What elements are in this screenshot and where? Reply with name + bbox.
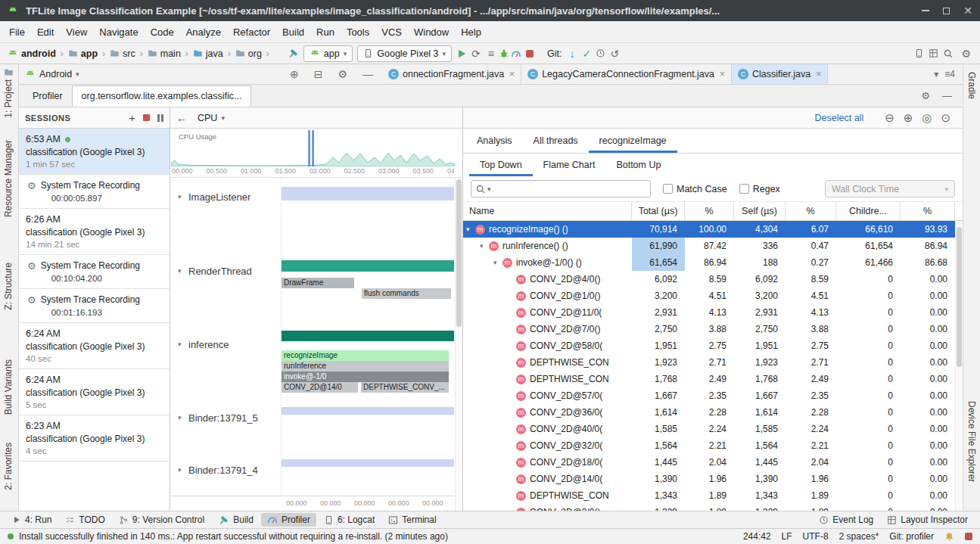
table-row[interactable]: mCONV_2D@58/0(1,9512.751,9512.7500.00 bbox=[463, 337, 955, 354]
notifications-bell-icon[interactable] bbox=[944, 532, 954, 542]
apply-changes-icon[interactable]: ⟳ bbox=[468, 48, 484, 59]
collapse-thread-icon[interactable]: ▾ bbox=[178, 193, 182, 201]
expand-arrow-icon[interactable]: ▾ bbox=[466, 225, 475, 233]
session-item[interactable]: 6:53 AMclassification (Google Pixel 3)1 … bbox=[19, 129, 170, 175]
menu-item-run[interactable]: Run bbox=[310, 26, 341, 38]
match-case-checkbox[interactable] bbox=[663, 184, 673, 194]
ide-error-indicator-icon[interactable] bbox=[965, 533, 972, 540]
collapse-thread-icon[interactable]: ▾ bbox=[178, 466, 182, 474]
cpu-scrollbar[interactable] bbox=[455, 178, 462, 511]
table-row[interactable]: mCONV_2D@11/0(2,9314.132,9314.1300.00 bbox=[463, 304, 955, 321]
search-field[interactable]: ▾ bbox=[471, 180, 651, 197]
trace-event-bar[interactable]: flush commands bbox=[362, 288, 451, 299]
close-tab-icon[interactable]: × bbox=[816, 69, 821, 79]
table-row[interactable]: mCONV_2D@18/0(1,4452.041,4452.0400.00 bbox=[463, 454, 955, 471]
profiler-tab-profiler[interactable]: Profiler bbox=[23, 86, 72, 107]
menu-item-build[interactable]: Build bbox=[276, 26, 310, 38]
table-row[interactable]: mCONV_2D@40/0(1,5852.241,5852.2400.00 bbox=[463, 421, 955, 437]
session-item[interactable]: 6:24 AMclassification (Google Pixel 3)5 … bbox=[19, 369, 170, 415]
new-session-plus-icon[interactable]: + bbox=[129, 111, 135, 124]
selection-handle[interactable] bbox=[313, 130, 314, 166]
selection-handle[interactable] bbox=[309, 130, 310, 166]
search-options-chevron-icon[interactable]: ▾ bbox=[487, 185, 491, 193]
table-row[interactable]: ▾mrunInference() ()61,99087.423360.4761,… bbox=[463, 238, 955, 254]
tool-window-button-profiler[interactable]: Profiler bbox=[261, 513, 316, 527]
collapse-thread-icon[interactable]: ▾ bbox=[178, 414, 182, 421]
minimize-button[interactable] bbox=[922, 10, 929, 11]
tool-window-button-layout-inspector[interactable]: Layout Inspector bbox=[881, 513, 974, 527]
menu-item-view[interactable]: View bbox=[60, 26, 93, 38]
profiler-metric-select[interactable]: CPU ▾ bbox=[198, 113, 225, 123]
tab-analysis[interactable]: Analysis bbox=[466, 129, 523, 153]
table-row[interactable]: mCONV_2D@36/0(1,6142.281,6142.2800.00 bbox=[463, 404, 955, 421]
hidden-tabs-button[interactable]: ≡4 bbox=[944, 69, 955, 79]
table-row[interactable]: mCONV_2D@32/0(1,5642.211,5642.2100.00 bbox=[463, 437, 955, 454]
close-tab-icon[interactable]: × bbox=[720, 69, 725, 79]
status-indent-style[interactable]: 2 spaces* bbox=[839, 531, 879, 542]
thread-state-bar[interactable] bbox=[282, 260, 454, 272]
project-tool-header[interactable]: Android ▾ ⊕⊟⚙— bbox=[19, 64, 382, 84]
profiler-settings-gear-icon[interactable]: ⚙ bbox=[921, 90, 930, 101]
menu-item-file[interactable]: File bbox=[3, 26, 31, 38]
trace-event-bar[interactable]: CONV_2D@14/0 bbox=[282, 382, 358, 393]
table-row[interactable]: mDEPTHWISE_CON1,9232.711,9232.7100.00 bbox=[463, 354, 955, 371]
menu-item-edit[interactable]: Edit bbox=[31, 26, 60, 38]
table-scrollbar-thumb[interactable] bbox=[957, 227, 962, 367]
settings-icon[interactable]: ⚙ bbox=[334, 69, 350, 79]
zoom-to-selection-icon[interactable]: ⊙ bbox=[941, 111, 950, 125]
menu-item-navigate[interactable]: Navigate bbox=[93, 26, 144, 38]
git-rollback-icon[interactable]: ↺ bbox=[607, 48, 622, 59]
subtab-flame-chart[interactable]: Flame Chart bbox=[533, 154, 606, 176]
run-play-icon[interactable] bbox=[456, 48, 467, 59]
expand-arrow-icon[interactable]: ▾ bbox=[493, 259, 502, 266]
menu-item-code[interactable]: Code bbox=[145, 26, 180, 38]
column-header-self-s-3[interactable]: Self (µs) bbox=[734, 202, 786, 220]
trace-recording-item[interactable]: ⚙System Trace Recording00:01:16.193 bbox=[19, 289, 170, 323]
column-header-childre-5[interactable]: Childre... bbox=[836, 202, 901, 220]
subtab-bottom-up[interactable]: Bottom Up bbox=[605, 154, 671, 176]
expand-arrow-icon[interactable]: ▾ bbox=[480, 242, 489, 250]
menu-item-vcs[interactable]: VCS bbox=[375, 26, 408, 38]
menu-item-window[interactable]: Window bbox=[408, 26, 455, 38]
run-configurations-icon[interactable]: ≡ bbox=[485, 48, 497, 59]
run-configuration-select[interactable]: app ▾ bbox=[303, 45, 353, 62]
table-row[interactable]: mCONV_2D@3/0()1,3391.891,3391.8900.00 bbox=[463, 504, 955, 511]
reset-zoom-icon[interactable]: ◎ bbox=[922, 111, 932, 125]
session-item[interactable]: 6:23 AMclassification (Google Pixel 3)4 … bbox=[19, 415, 170, 462]
table-row[interactable]: mDEPTHWISE_CON1,3431.891,3431.8900.00 bbox=[463, 487, 955, 504]
search-everywhere-icon[interactable] bbox=[943, 48, 954, 59]
deselect-all-link[interactable]: Deselect all bbox=[815, 113, 864, 123]
tool-window-button-terminal[interactable]: Terminal bbox=[382, 513, 442, 527]
table-row[interactable]: ▾minvoke@-1/0() ()61,65486.941880.2761,4… bbox=[463, 254, 955, 271]
tool-window-button-9-version-control[interactable]: 9: Version Control bbox=[113, 513, 210, 527]
settings-icon[interactable]: ⚙ bbox=[958, 48, 974, 59]
breadcrumb-android[interactable]: android bbox=[6, 48, 58, 59]
editor-tab-classifier-java[interactable]: CClassifier.java× bbox=[732, 64, 828, 84]
tool-button-gradle[interactable]: Gradle bbox=[966, 72, 977, 99]
tab-recognizeimage[interactable]: recognizeImage bbox=[589, 129, 677, 153]
profile-icon[interactable] bbox=[511, 48, 521, 59]
session-item[interactable]: 6:24 AMclassification (Google Pixel 3)40… bbox=[19, 323, 170, 369]
tool-window-button-event-log[interactable]: Event Log bbox=[813, 513, 879, 527]
tab-all-threads[interactable]: All threads bbox=[523, 129, 589, 153]
column-header--2[interactable]: % bbox=[685, 202, 734, 220]
hide-panel-icon[interactable]: — bbox=[359, 69, 376, 79]
profiler-tab-org-tensorflow-l[interactable]: org.tensorflow.lite.examples.classific..… bbox=[72, 85, 252, 107]
session-item[interactable]: 6:26 AMclassification (Google Pixel 3)14… bbox=[19, 209, 170, 255]
git-history-icon[interactable] bbox=[596, 48, 605, 58]
cpu-scrollbar-thumb[interactable] bbox=[456, 179, 462, 327]
thread-state-bar[interactable] bbox=[282, 187, 454, 201]
trace-event-bar[interactable]: invoke@-1/0 bbox=[282, 371, 449, 382]
status-git-branch[interactable]: Git: profiler bbox=[889, 531, 934, 542]
menu-item-refactor[interactable]: Refactor bbox=[227, 26, 276, 38]
stop-recording-icon[interactable] bbox=[143, 114, 150, 121]
table-row[interactable]: mCONV_2D@57/0(1,6672.351,6672.3500.00 bbox=[463, 387, 955, 404]
tool-button-resource-manager[interactable]: Resource Manager bbox=[3, 140, 14, 217]
select-opened-file-icon[interactable]: ⊕ bbox=[287, 69, 302, 79]
menu-item-analyze[interactable]: Analyze bbox=[180, 26, 227, 38]
emulator-icon[interactable] bbox=[929, 48, 938, 58]
tool-button-1-project[interactable]: 1: Project bbox=[3, 79, 14, 118]
debug-icon[interactable] bbox=[499, 48, 509, 59]
status-file-encoding[interactable]: UTF-8 bbox=[803, 531, 829, 542]
trace-recording-item[interactable]: ⚙System Trace Recording00:10:04.200 bbox=[19, 255, 170, 289]
